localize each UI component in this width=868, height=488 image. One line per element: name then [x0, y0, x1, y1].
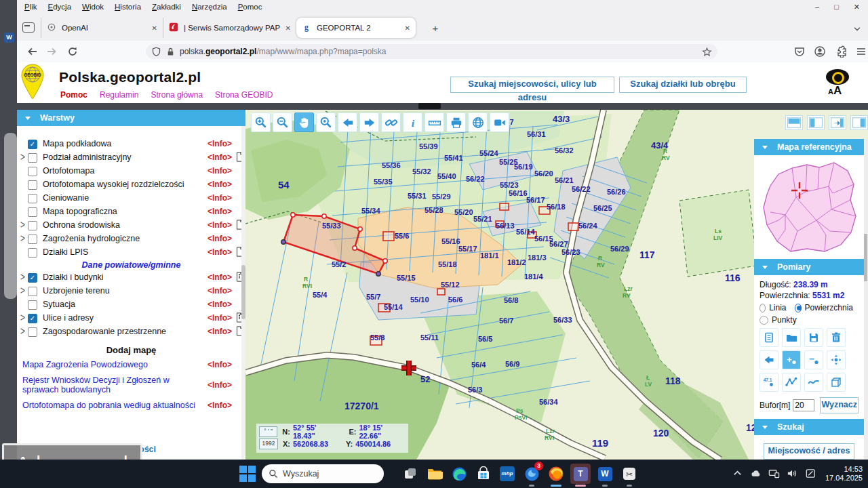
epsg-button[interactable]: 1992: [259, 439, 278, 449]
close-button[interactable]: ✕: [854, 3, 860, 12]
polyline-button[interactable]: [782, 373, 801, 392]
reload-icon[interactable]: [66, 45, 79, 58]
accessibility-eye-icon[interactable]: [826, 69, 849, 85]
dms-format-button[interactable]: ° ' ": [259, 426, 277, 437]
measurements-header[interactable]: Pomiary: [754, 259, 864, 275]
tab-list-chevron-icon[interactable]: [852, 24, 864, 34]
menu-widok[interactable]: Widok: [77, 3, 109, 11]
tab-1[interactable]: OpenAI✕: [41, 18, 163, 38]
zoom-out-button[interactable]: [273, 113, 292, 132]
prev-button[interactable]: [760, 350, 778, 369]
layer-checkbox[interactable]: [28, 300, 37, 310]
layer-info-link[interactable]: <Info>: [208, 193, 232, 203]
header-link-strona-główna[interactable]: Strona główna: [151, 90, 203, 100]
taskbar-search[interactable]: Wyszukaj: [262, 464, 384, 483]
layer-info-link[interactable]: <Info>: [208, 234, 232, 243]
new-tab-button[interactable]: +: [429, 22, 441, 35]
zoom-select-button[interactable]: [316, 113, 336, 132]
header-link-strona-geobid[interactable]: Strona GEOBID: [215, 90, 273, 100]
layer-info-link[interactable]: <Info>: [208, 139, 232, 148]
tab-close-icon[interactable]: ✕: [152, 24, 157, 32]
add-map-info-link[interactable]: <Info>: [208, 380, 232, 390]
account-icon[interactable]: [814, 45, 826, 58]
layer-checkbox[interactable]: [28, 235, 37, 244]
place-address-button[interactable]: Miejscowość / adres: [764, 443, 854, 460]
expand-chevron-icon[interactable]: >: [20, 285, 25, 297]
layout-top-icon[interactable]: [785, 115, 803, 130]
layer-checkbox[interactable]: ✓: [28, 273, 37, 283]
layout-right-icon[interactable]: [850, 115, 868, 130]
pan-button[interactable]: [294, 113, 314, 132]
back-button[interactable]: [338, 113, 357, 132]
tab-close-icon[interactable]: ✕: [405, 24, 410, 32]
taskbar-firefox-icon[interactable]: [546, 464, 566, 484]
layer-info-link[interactable]: <Info>: [208, 152, 232, 162]
reference-map-header[interactable]: Mapa referencyjna: [754, 139, 864, 155]
menu-plik[interactable]: Plik: [19, 3, 43, 11]
layer-checkbox[interactable]: ✓: [28, 314, 37, 323]
layer-checkbox[interactable]: [28, 287, 37, 296]
radio-punkty[interactable]: [760, 316, 768, 325]
move-point-button[interactable]: [827, 350, 846, 369]
radio-powierzchnia[interactable]: [795, 304, 801, 312]
taskbar-explorer-icon[interactable]: [425, 464, 445, 484]
map-viewport[interactable]: 5455/3755/3955/4155/2455/2555/3655/3255/…: [245, 110, 868, 460]
layer-checkbox[interactable]: [28, 327, 37, 337]
tab-2[interactable]: | Serwis Samorządowy PAP✕: [163, 18, 296, 38]
font-size-aa-icon[interactable]: AA: [828, 84, 842, 98]
shield-icon[interactable]: [151, 47, 161, 57]
layer-info-link[interactable]: <Info>: [208, 247, 232, 257]
search-parcel-button[interactable]: Szukaj działki lub obrębu: [619, 77, 747, 93]
volume-icon[interactable]: [787, 468, 799, 480]
reference-map[interactable]: [754, 155, 864, 259]
header-link-pomoc[interactable]: Pomoc: [60, 90, 87, 100]
layer-checkbox[interactable]: [28, 194, 37, 203]
layer-info-link[interactable]: <Info>: [208, 166, 232, 176]
add-map-info-link[interactable]: <Info>: [208, 401, 232, 410]
back-icon[interactable]: [26, 45, 39, 58]
coords-button[interactable]: 47.1: [760, 373, 778, 392]
tab-3[interactable]: gGEOPORTAL 2✕: [296, 18, 416, 38]
zoom-in-button[interactable]: [251, 113, 271, 132]
layer-checkbox[interactable]: [28, 180, 37, 190]
menu-narzędzia[interactable]: Narzędzia: [186, 3, 233, 11]
add-map-link[interactable]: Mapa Zagrożenia Powodziowego: [22, 360, 200, 369]
print-button[interactable]: [446, 113, 466, 132]
link-button[interactable]: [381, 113, 401, 132]
measure-button[interactable]: [425, 113, 444, 132]
taskbar-snip-icon[interactable]: ✂: [619, 464, 639, 484]
taskbar-edge-icon[interactable]: [449, 464, 469, 484]
panel-scrollbar[interactable]: [864, 139, 867, 460]
tray-up-icon[interactable]: [732, 468, 744, 480]
cube-button[interactable]: [827, 373, 846, 392]
expand-chevron-icon[interactable]: >: [20, 325, 25, 338]
layer-checkbox[interactable]: [28, 248, 37, 258]
menu-pomoc[interactable]: Pomoc: [233, 3, 268, 11]
menu-zakładki[interactable]: Zakładki: [146, 3, 186, 11]
minimize-button[interactable]: –: [815, 3, 819, 11]
folder-button[interactable]: [782, 328, 801, 347]
add-point-button[interactable]: +: [782, 350, 801, 369]
layer-info-link[interactable]: <Info>: [208, 272, 232, 282]
layout-arrow-icon[interactable]: [829, 115, 846, 130]
layer-checkbox[interactable]: [28, 207, 37, 217]
bookmark-star-icon[interactable]: [702, 47, 712, 57]
tab-close-icon[interactable]: ✕: [285, 24, 291, 32]
url-bar[interactable]: polska.geoportal2.pl/map/www/mapa.php?ma…: [146, 44, 717, 59]
taskbar-clock[interactable]: 14:53 17.04.2025: [825, 465, 865, 483]
word-window-icon[interactable]: W: [4, 33, 14, 43]
info-button[interactable]: i: [403, 113, 422, 132]
radio-linia[interactable]: [760, 304, 766, 312]
header-link-regulamin[interactable]: Regulamin: [100, 90, 138, 100]
forward-icon[interactable]: [45, 45, 58, 58]
hamburger-menu-icon[interactable]: [855, 45, 867, 58]
search-section-header[interactable]: Szukaj: [754, 419, 864, 435]
expand-chevron-icon[interactable]: >: [20, 219, 25, 231]
layer-info-link[interactable]: <Info>: [208, 327, 232, 336]
layer-info-link[interactable]: <Info>: [208, 313, 232, 323]
lock-icon[interactable]: [165, 47, 176, 57]
expand-chevron-icon[interactable]: >: [20, 151, 25, 163]
start-button[interactable]: [239, 465, 256, 483]
layer-info-link[interactable]: <Info>: [208, 207, 232, 216]
buffer-compute-button[interactable]: Wyznacz: [820, 397, 859, 413]
